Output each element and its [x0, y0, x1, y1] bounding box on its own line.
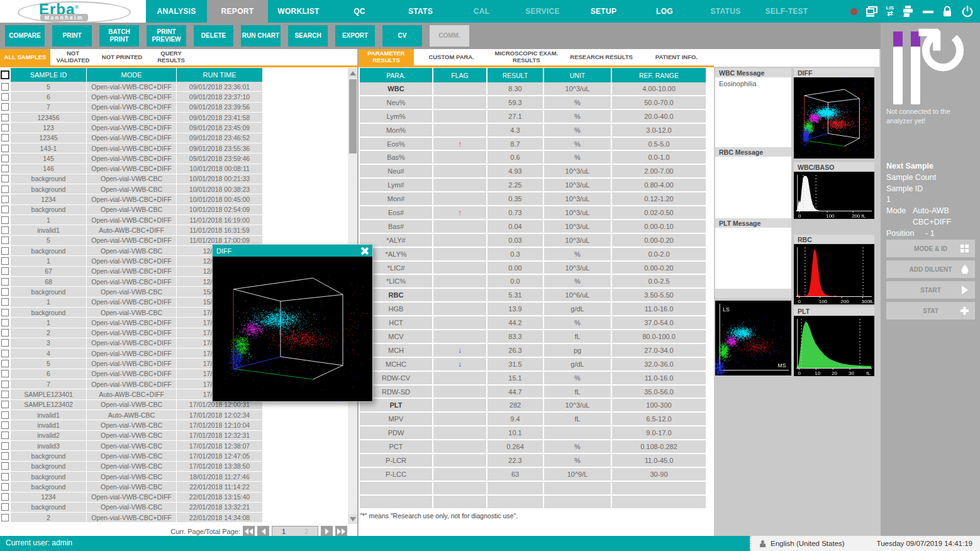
- row-checkbox[interactable]: [1, 483, 9, 491]
- nav-tab[interactable]: SELF-TEST: [756, 0, 817, 23]
- row-checkbox-cell[interactable]: [0, 246, 11, 256]
- row-checkbox-cell[interactable]: [0, 123, 11, 133]
- row-checkbox[interactable]: [1, 175, 9, 182]
- nav-tab[interactable]: QC: [329, 0, 390, 23]
- row-checkbox-cell[interactable]: [0, 410, 11, 420]
- sample-row[interactable]: background Open-vial-VWB-CBC 17/01/2018 …: [0, 462, 263, 472]
- sample-row[interactable]: invalid2 Open-vial-VWB-CBC 17/01/2018 12…: [0, 431, 263, 441]
- row-checkbox-cell[interactable]: [0, 503, 11, 513]
- row-checkbox-cell[interactable]: [0, 451, 11, 461]
- sample-row[interactable]: 123456 Open-vial-VWB-CBC+DIFF 09/01/2018…: [0, 113, 263, 123]
- row-checkbox[interactable]: [1, 114, 9, 121]
- row-checkbox-cell[interactable]: [0, 462, 11, 472]
- nav-tab[interactable]: STATUS: [695, 0, 756, 23]
- sample-list-tab[interactable]: NOT VALIDATED: [50, 49, 96, 65]
- toolbar-button[interactable]: BATCH PRINT: [99, 25, 139, 47]
- results-tab[interactable]: CUSTOM PARA.: [414, 49, 489, 65]
- row-checkbox[interactable]: [1, 298, 9, 306]
- row-checkbox-cell[interactable]: [0, 194, 11, 204]
- row-checkbox[interactable]: [1, 350, 9, 357]
- row-checkbox-cell[interactable]: [0, 513, 11, 523]
- toolbar-button[interactable]: COMM.: [430, 25, 469, 47]
- row-checkbox-cell[interactable]: [0, 133, 11, 143]
- toolbar-button[interactable]: COMPARE: [5, 25, 45, 47]
- row-checkbox-cell[interactable]: [0, 420, 11, 430]
- row-checkbox-cell[interactable]: [0, 348, 11, 359]
- row-checkbox-cell[interactable]: [0, 389, 11, 399]
- sample-row[interactable]: 1 Open-vial-VWB-CBC+DIFF 11/01/2018 16:1…: [0, 215, 263, 225]
- row-checkbox-cell[interactable]: [0, 256, 11, 266]
- row-checkbox[interactable]: [1, 421, 9, 429]
- row-checkbox-cell[interactable]: [0, 400, 11, 410]
- results-tab[interactable]: MICROSCOPIC EXAM. RESULTS: [489, 49, 564, 65]
- sample-row[interactable]: 143-1 Open-vial-VWB-CBC+DIFF 09/01/2018 …: [0, 143, 263, 153]
- row-checkbox[interactable]: [1, 503, 9, 511]
- stat-button[interactable]: STAT: [886, 302, 975, 320]
- row-checkbox[interactable]: [1, 493, 9, 501]
- row-checkbox-cell[interactable]: [0, 103, 11, 113]
- row-checkbox-cell[interactable]: [0, 205, 11, 215]
- row-checkbox[interactable]: [1, 257, 9, 265]
- row-checkbox[interactable]: [1, 134, 9, 142]
- toolbar-button[interactable]: EXPORT: [335, 25, 375, 47]
- sample-row[interactable]: 6 Open-vial-VWB-CBC+DIFF 09/01/2018 23:3…: [0, 92, 263, 102]
- printer-icon[interactable]: [902, 6, 915, 17]
- nav-tab[interactable]: ANALYSIS: [146, 0, 207, 23]
- toolbar-button[interactable]: RUN CHART: [241, 25, 281, 47]
- row-checkbox[interactable]: [1, 226, 9, 234]
- sample-list-tab[interactable]: NOT PRINTED: [96, 49, 148, 65]
- diff-popup-titlebar[interactable]: DIFF: [213, 245, 372, 257]
- row-checkbox[interactable]: [1, 309, 9, 316]
- row-checkbox-cell[interactable]: [0, 215, 11, 225]
- select-all-checkbox[interactable]: [1, 70, 9, 79]
- row-checkbox-cell[interactable]: [0, 174, 11, 184]
- toolbar-button[interactable]: PRINT PREVIEW: [147, 25, 186, 47]
- sample-row[interactable]: 146 Open-vial-VWB-CBC+DIFF 10/01/2018 00…: [0, 164, 263, 174]
- results-tab[interactable]: RESEARCH RESULTS: [564, 49, 639, 65]
- row-checkbox[interactable]: [1, 216, 9, 224]
- sample-row[interactable]: background Open-vial-VWB-CBC 22/01/2018 …: [0, 503, 263, 513]
- language-label[interactable]: English (United States): [771, 540, 845, 547]
- row-checkbox-cell[interactable]: [0, 277, 11, 287]
- nav-tab[interactable]: SERVICE: [512, 0, 573, 23]
- sample-row[interactable]: invalid1 Auto-AWB-CBC+DIFF 11/01/2018 16…: [0, 225, 263, 235]
- row-checkbox[interactable]: [1, 155, 9, 162]
- toolbar-button[interactable]: PRINT: [52, 25, 92, 47]
- sample-row[interactable]: 5 Open-vial-VWB-CBC+DIFF 09/01/2018 23:3…: [0, 82, 263, 92]
- row-checkbox[interactable]: [1, 411, 9, 419]
- sample-list-tab[interactable]: QUERY RESULTS: [148, 49, 194, 65]
- nav-tab[interactable]: REPORT: [207, 0, 268, 23]
- row-checkbox-cell[interactable]: [0, 308, 11, 318]
- sample-row[interactable]: 145 Open-vial-VWB-CBC+DIFF 09/01/2018 23…: [0, 153, 263, 164]
- nav-tab[interactable]: SETUP: [573, 0, 634, 23]
- row-checkbox-cell[interactable]: [0, 287, 11, 297]
- scroll-up-button[interactable]: [348, 68, 358, 78]
- row-checkbox-cell[interactable]: [0, 431, 11, 441]
- row-checkbox[interactable]: [1, 319, 9, 326]
- minimize-button[interactable]: [923, 11, 933, 12]
- row-checkbox-cell[interactable]: [0, 153, 11, 164]
- sample-row[interactable]: 12345 Open-vial-VWB-CBC+DIFF 09/01/2018 …: [0, 133, 263, 143]
- row-checkbox[interactable]: [1, 442, 9, 450]
- results-tab[interactable]: PATIENT INFO.: [639, 49, 714, 65]
- toolbar-button[interactable]: DELETE: [194, 25, 233, 47]
- sample-row[interactable]: background Open-vial-VWB-CBC 17/01/2018 …: [0, 451, 263, 461]
- sample-row[interactable]: 123 Open-vial-VWB-CBC+DIFF 09/01/2018 23…: [0, 123, 263, 133]
- nav-tab[interactable]: STATS: [390, 0, 451, 23]
- sample-row[interactable]: invalid1 Open-vial-VWB-CBC 17/01/2018 12…: [0, 420, 263, 430]
- row-checkbox[interactable]: [1, 473, 9, 481]
- row-checkbox-cell[interactable]: [0, 318, 11, 328]
- row-checkbox-cell[interactable]: [0, 298, 11, 308]
- sample-row[interactable]: background Open-vial-VWB-CBC 10/01/2018 …: [0, 205, 263, 215]
- row-checkbox[interactable]: [1, 83, 9, 91]
- row-checkbox[interactable]: [1, 196, 9, 203]
- row-checkbox[interactable]: [1, 278, 9, 286]
- sample-row[interactable]: 2 Open-vial-VWB-CBC+DIFF 22/01/2018 14:3…: [0, 513, 263, 523]
- toolbar-button[interactable]: SEARCH: [288, 25, 328, 47]
- remote-pc-icon[interactable]: [866, 6, 878, 17]
- row-checkbox-cell[interactable]: [0, 338, 11, 348]
- row-checkbox-cell[interactable]: [0, 92, 11, 102]
- row-checkbox[interactable]: [1, 401, 9, 408]
- row-checkbox-cell[interactable]: [0, 472, 11, 482]
- sample-row[interactable]: 1234 Open-vial-VWB-CBC+DIFF 22/01/2018 1…: [0, 493, 263, 503]
